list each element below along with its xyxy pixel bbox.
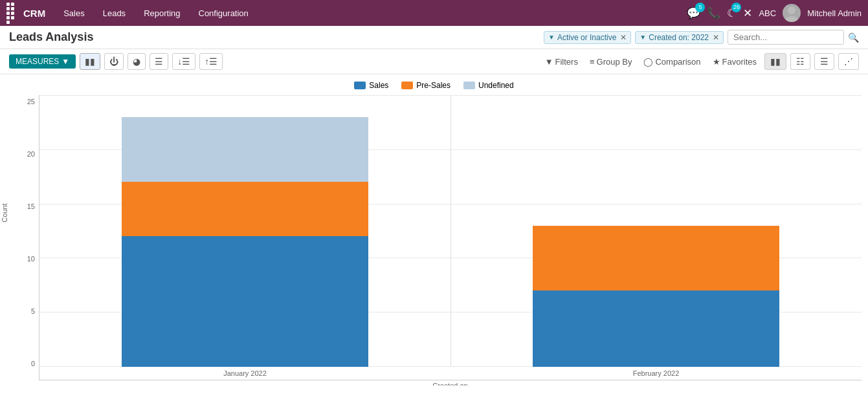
filter-tags: ▼ Active or Inactive ✕ ▼ Created on: 202… <box>544 30 859 45</box>
user-avatar[interactable] <box>783 4 801 22</box>
y-tick-20: 20 <box>27 150 39 158</box>
brand-label: CRM <box>23 8 45 19</box>
svg-point-1 <box>785 16 798 22</box>
x-labels: January 2022 February 2022 <box>39 367 862 380</box>
y-tick-10: 10 <box>27 255 39 263</box>
legend-undefined: Undefined <box>463 81 514 90</box>
toolbar-right: ▼ Filters ≡ Group By ◯ Comparison ★ Favo… <box>541 53 859 70</box>
chat-badge: 5 <box>695 3 705 12</box>
nav-configuration[interactable]: Configuration <box>192 6 255 21</box>
phone-icon-btn[interactable]: 📞 <box>707 6 720 20</box>
comparison-icon: ◯ <box>643 57 653 67</box>
groupby-button[interactable]: ≡ Group By <box>586 55 636 69</box>
line-chart-button[interactable]: ⏻ <box>104 53 124 70</box>
pie-chart-button[interactable]: ◕ <box>128 53 146 70</box>
filter-tag-2-remove[interactable]: ✕ <box>713 33 719 42</box>
measures-button[interactable]: MEASURES ▼ <box>9 54 76 69</box>
bar-feb-sales[interactable] <box>533 290 779 367</box>
nav-leads[interactable]: Leads <box>96 6 132 21</box>
y-tick-0: 0 <box>31 360 39 367</box>
bar-group-february <box>451 95 862 367</box>
y-tick-15: 15 <box>27 202 39 210</box>
bar-jan-undefined[interactable] <box>122 117 368 182</box>
bar-chart-button[interactable]: ▮▮ <box>80 53 100 70</box>
view-bar-chart-button[interactable]: ▮▮ <box>764 53 786 70</box>
comparison-button[interactable]: ◯ Comparison <box>640 55 704 69</box>
legend-sales-label: Sales <box>369 81 388 90</box>
stack-button[interactable]: ☰ <box>150 53 168 70</box>
filter-funnel-icon: ▼ <box>545 57 553 67</box>
chart-container: Sales Pre-Sales Undefined Count 0 5 10 1… <box>0 74 868 386</box>
chart-area: Count 0 5 10 15 20 25 <box>6 95 862 380</box>
legend-undefined-color <box>463 82 475 89</box>
filter-icon-2: ▼ <box>640 34 646 41</box>
filter-tag-2-label: Created on: 2022 <box>649 33 709 42</box>
app-grid-icon[interactable] <box>6 3 18 24</box>
legend-presales-label: Pre-Sales <box>416 81 451 90</box>
chart-plot: January 2022 February 2022 <box>39 95 862 380</box>
filter-tag-1-remove[interactable]: ✕ <box>620 33 627 42</box>
measures-label: MEASURES <box>16 57 59 66</box>
bar-feb-presales[interactable] <box>533 226 779 291</box>
search-input[interactable] <box>728 30 844 45</box>
toolbar: MEASURES ▼ ▮▮ ⏻ ◕ ☰ ↓☰ ↑☰ ▼ Filters ≡ Gr… <box>0 49 868 74</box>
chart-legend: Sales Pre-Sales Undefined <box>6 81 862 90</box>
y-axis-label: Count <box>1 204 8 223</box>
moon-icon-btn[interactable]: ☾ 26 <box>727 6 737 20</box>
measures-chevron-icon: ▼ <box>61 57 69 66</box>
favorites-star-icon: ★ <box>713 57 720 67</box>
filter-tag-active-inactive[interactable]: ▼ Active or Inactive ✕ <box>544 31 631 44</box>
filter-tag-created-on[interactable]: ▼ Created on: 2022 ✕ <box>635 31 724 44</box>
x-label-january: January 2022 <box>39 369 451 377</box>
bar-group-january <box>39 95 451 367</box>
view-table-button[interactable]: ☷ <box>790 53 810 70</box>
bar-jan-presales[interactable] <box>122 182 368 236</box>
filter-icon-1: ▼ <box>548 34 555 41</box>
legend-presales: Pre-Sales <box>401 81 451 90</box>
nav-icons-group: 💬 5 📞 ☾ 26 ✕ ABC Mitchell Admin <box>687 4 862 22</box>
x-axis-label: Created on <box>6 382 862 386</box>
legend-presales-color <box>401 82 413 89</box>
view-list-button[interactable]: ☰ <box>814 53 834 70</box>
filter-tag-1-label: Active or Inactive <box>557 33 616 42</box>
legend-sales: Sales <box>354 81 388 90</box>
y-tick-25: 25 <box>27 98 39 105</box>
user-label: ABC <box>759 8 776 18</box>
sort-asc-button[interactable]: ↑☰ <box>199 53 223 70</box>
groupby-icon: ≡ <box>590 57 595 67</box>
nav-sales[interactable]: Sales <box>57 6 91 21</box>
bar-jan-sales[interactable] <box>122 236 368 367</box>
legend-sales-color <box>354 82 366 89</box>
favorites-button[interactable]: ★ Favorites <box>709 55 761 69</box>
search-button[interactable]: 🔍 <box>848 32 859 43</box>
view-grid-button[interactable]: ⋰ <box>838 53 859 70</box>
top-navigation: CRM Sales Leads Reporting Configuration … <box>0 0 868 26</box>
subheader: Leads Analysis ▼ Active or Inactive ✕ ▼ … <box>0 26 868 49</box>
svg-point-0 <box>788 6 796 14</box>
user-name: Mitchell Admin <box>807 8 862 18</box>
moon-badge: 26 <box>731 3 741 12</box>
sort-desc-button[interactable]: ↓☰ <box>172 53 195 70</box>
y-tick-5: 5 <box>31 307 39 315</box>
chat-icon-btn[interactable]: 💬 5 <box>687 6 700 20</box>
page-title: Leads Analysis <box>9 30 539 44</box>
x-label-february: February 2022 <box>451 369 862 377</box>
filters-button[interactable]: ▼ Filters <box>541 55 582 69</box>
bars-wrapper <box>39 95 862 367</box>
close-icon-btn[interactable]: ✕ <box>743 6 752 20</box>
nav-reporting[interactable]: Reporting <box>137 6 186 21</box>
legend-undefined-label: Undefined <box>478 81 514 90</box>
